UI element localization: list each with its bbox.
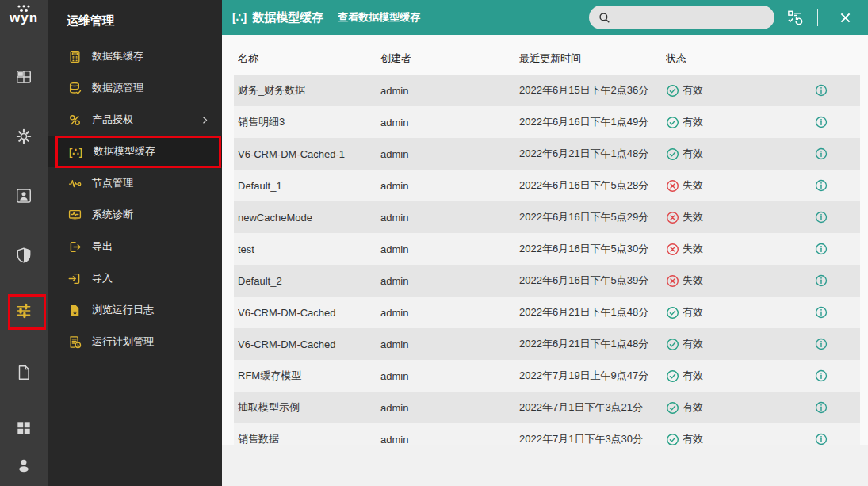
status-invalid-icon xyxy=(666,243,679,256)
cache-updated-time: 2022年6月16日下午5点30分 xyxy=(519,242,666,256)
dataset-cache-icon xyxy=(68,50,82,63)
table-row[interactable]: testadmin2022年6月16日下午5点30分失效 xyxy=(234,233,860,265)
status-badge: 有效 xyxy=(666,369,813,383)
column-header-status[interactable]: 状态 xyxy=(666,52,813,66)
sidebar-item-label: 导入 xyxy=(92,271,113,285)
sidebar-item-label: 数据集缓存 xyxy=(92,49,143,63)
user-card-icon[interactable] xyxy=(15,187,33,205)
table-body: 财务_财务数据admin2022年6月15日下午2点36分有效销售明细3admi… xyxy=(234,75,860,445)
schedule-icon xyxy=(68,335,82,349)
search-box[interactable] xyxy=(589,6,774,29)
status-label: 有效 xyxy=(683,432,703,445)
table-row[interactable]: 抽取模型示例admin2022年7月1日下午3点21分有效 xyxy=(234,392,860,423)
wyn-logo[interactable]: wyn xyxy=(0,5,48,24)
cache-name: Default_2 xyxy=(238,275,380,287)
sidebar-item-datasource[interactable]: 数据源管理 xyxy=(48,72,222,104)
person-icon[interactable] xyxy=(15,457,33,474)
info-icon[interactable] xyxy=(815,338,828,350)
info-icon[interactable] xyxy=(815,211,828,224)
status-invalid-icon xyxy=(666,211,679,224)
status-label: 有效 xyxy=(683,400,703,415)
cache-creator: admin xyxy=(380,243,519,255)
sidebar-item-node[interactable]: 节点管理 xyxy=(48,167,222,199)
table-row[interactable]: RFM缓存模型admin2022年7月19日上午9点47分有效 xyxy=(234,360,860,392)
cache-name: Default_1 xyxy=(238,180,380,192)
node-icon xyxy=(68,177,82,190)
sidebar-item-label: 运行计划管理 xyxy=(92,335,154,349)
cache-creator: admin xyxy=(380,434,519,446)
info-icon[interactable] xyxy=(815,243,828,255)
status-valid-icon xyxy=(666,116,679,129)
info-icon[interactable] xyxy=(815,433,828,445)
table-row[interactable]: 销售明细3admin2022年6月16日下午1点49分有效 xyxy=(234,106,860,138)
status-badge: 失效 xyxy=(666,210,813,224)
column-header-creator[interactable]: 创建者 xyxy=(380,52,519,66)
search-input[interactable] xyxy=(616,11,765,25)
cache-name: test xyxy=(238,243,380,255)
info-icon[interactable] xyxy=(815,179,828,192)
diagnosis-icon xyxy=(68,209,82,222)
cache-name: V6-CRM-DM-Cached xyxy=(238,307,380,319)
status-valid-icon xyxy=(666,338,679,351)
sliders-icon[interactable] xyxy=(15,302,33,320)
info-icon[interactable] xyxy=(815,116,828,128)
sidebar-item-logs[interactable]: 浏览运行日志 xyxy=(48,294,222,326)
status-valid-icon xyxy=(666,401,679,415)
status-badge: 有效 xyxy=(666,337,813,351)
batch-refresh-tasks-icon[interactable] xyxy=(787,10,804,26)
sidebar-title: 运维管理 xyxy=(48,0,222,36)
status-badge: 有效 xyxy=(666,305,813,320)
status-badge: 失效 xyxy=(666,274,813,288)
info-icon[interactable] xyxy=(815,147,828,160)
sidebar-item-import[interactable]: 导入 xyxy=(48,262,222,294)
cache-name: 财务_财务数据 xyxy=(238,83,380,98)
cache-updated-time: 2022年7月1日下午3点21分 xyxy=(519,400,666,415)
table-row[interactable]: V6-CRM-DM-Cachedadmin2022年6月21日下午1点48分有效 xyxy=(234,328,860,360)
cache-creator: admin xyxy=(380,212,519,224)
cache-updated-time: 2022年6月16日下午1点49分 xyxy=(519,115,666,129)
sidebar-item-license[interactable]: 产品授权 xyxy=(48,104,222,136)
document-icon[interactable] xyxy=(15,364,33,381)
info-icon[interactable] xyxy=(815,274,828,287)
info-icon[interactable] xyxy=(815,306,828,319)
cache-name: RFM缓存模型 xyxy=(238,369,380,383)
table-row[interactable]: V6-CRM-DM-Cached-1admin2022年6月21日下午1点48分… xyxy=(234,138,860,170)
table-row[interactable]: V6-CRM-DM-Cachedadmin2022年6月21日下午1点48分有效 xyxy=(234,297,860,328)
shield-icon[interactable] xyxy=(15,247,33,264)
grid-icon[interactable] xyxy=(15,419,33,437)
table-row[interactable]: 销售数据admin2022年7月1日下午3点30分有效 xyxy=(234,423,860,445)
table-row[interactable]: 财务_财务数据admin2022年6月15日下午2点36分有效 xyxy=(234,75,860,106)
sidebar-item-diagnosis[interactable]: 系统诊断 xyxy=(48,199,222,231)
sidebar-item-export[interactable]: 导出 xyxy=(48,231,222,262)
data-model-brackets-icon: [∴] xyxy=(232,11,247,24)
status-label: 有效 xyxy=(683,147,703,161)
sidebar-item-label: 节点管理 xyxy=(92,176,133,190)
sidebar-item-dataset-cache[interactable]: 数据集缓存 xyxy=(48,40,222,72)
close-icon[interactable] xyxy=(839,11,852,25)
cache-name: newCacheMode xyxy=(238,212,380,224)
table-row[interactable]: newCacheModeadmin2022年6月16日下午5点29分失效 xyxy=(234,201,860,233)
cache-creator: admin xyxy=(380,275,519,287)
cache-updated-time: 2022年6月16日下午5点39分 xyxy=(519,274,666,288)
sidebar-item-label: 数据模型缓存 xyxy=(94,144,155,159)
window-icon[interactable] xyxy=(15,68,33,86)
info-icon[interactable] xyxy=(815,84,828,97)
main-content: [∴] 数据模型缓存 查看数据模型缓存 名称 创建者 最近更新时间 xyxy=(222,0,868,486)
column-header-updated[interactable]: 最近更新时间 xyxy=(519,52,666,66)
table-row[interactable]: Default_2admin2022年6月16日下午5点39分失效 xyxy=(234,265,860,297)
sidebar-item-schedule[interactable]: 运行计划管理 xyxy=(48,326,222,358)
table-row[interactable]: Default_1admin2022年6月16日下午5点28分失效 xyxy=(234,170,860,201)
gear-icon[interactable] xyxy=(15,128,33,145)
status-badge: 有效 xyxy=(666,147,813,161)
cache-creator: admin xyxy=(380,85,519,97)
info-icon[interactable] xyxy=(815,401,828,414)
cache-updated-time: 2022年7月19日上午9点47分 xyxy=(519,369,666,383)
license-icon xyxy=(68,113,82,127)
app-rail: wyn xyxy=(0,0,48,486)
column-header-name[interactable]: 名称 xyxy=(238,52,380,66)
cache-updated-time: 2022年6月21日下午1点48分 xyxy=(519,305,666,320)
info-icon[interactable] xyxy=(815,369,828,382)
import-icon xyxy=(68,272,82,285)
sidebar-item-data-model[interactable]: [∴]数据模型缓存 xyxy=(48,136,222,167)
cache-name: 抽取模型示例 xyxy=(238,400,380,415)
